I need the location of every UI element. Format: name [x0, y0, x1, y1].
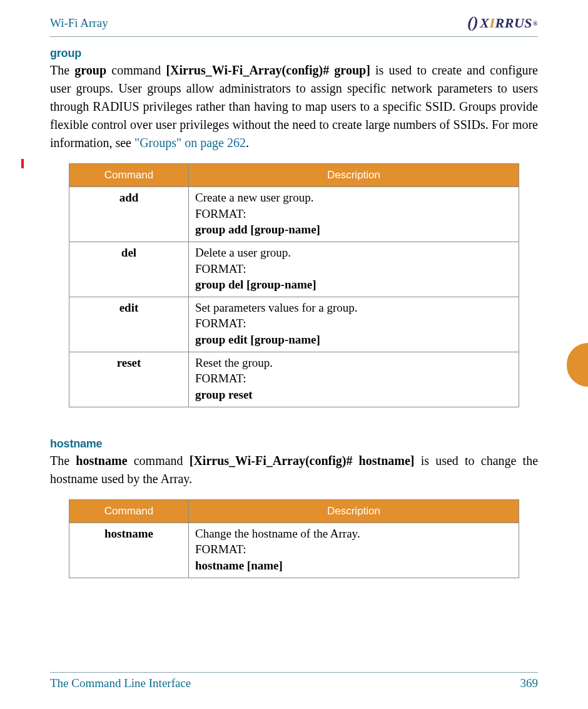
text-bold: group	[74, 63, 106, 77]
text-bold: [Xirrus_Wi-Fi_Array(config)# hostname]	[190, 454, 415, 467]
table-row: edit Set parameters values for a group. …	[69, 297, 519, 352]
desc-text: Delete a user group.	[195, 245, 512, 261]
col-header-command: Command	[69, 499, 189, 523]
desc-format: group edit [group-name]	[195, 332, 512, 348]
desc-cell: Set parameters values for a group. FORMA…	[189, 297, 519, 352]
brand-text-rest: RRUS	[495, 15, 532, 31]
desc-text: Set parameters values for a group.	[195, 300, 512, 316]
group-paragraph: The group command [Xirrus_Wi-Fi_Array(co…	[50, 61, 538, 152]
text-bold: hostname	[76, 454, 127, 467]
hostname-command-table: Command Description hostname Change the …	[69, 499, 519, 578]
spacer	[50, 407, 538, 429]
text-bold: [Xirrus_Wi-Fi_Array(config)# group]	[166, 63, 370, 77]
desc-cell: Delete a user group. FORMAT: group del […	[189, 242, 519, 297]
cmd-cell: add	[69, 187, 189, 242]
desc-format: group reset	[195, 387, 512, 403]
col-header-description: Description	[189, 164, 519, 187]
header-rule	[50, 36, 538, 37]
brand-logo: () XIRRUS®	[467, 14, 538, 33]
desc-text: FORMAT:	[195, 206, 512, 222]
desc-text: FORMAT:	[195, 261, 512, 277]
table-row: del Delete a user group. FORMAT: group d…	[69, 242, 519, 297]
table-row: hostname Change the hostname of the Arra…	[69, 523, 519, 578]
desc-text: Create a new user group.	[195, 190, 512, 206]
desc-text: FORMAT:	[195, 315, 512, 332]
cmd-cell: hostname	[69, 523, 189, 578]
section-heading-hostname: hostname	[50, 437, 538, 451]
page: Wi-Fi Array () XIRRUS® group The group c…	[0, 0, 588, 709]
text: command	[106, 63, 166, 77]
cmd-cell: reset	[69, 352, 189, 407]
text: command	[128, 454, 190, 467]
text: The	[50, 454, 76, 467]
header-title: Wi-Fi Array	[50, 16, 108, 30]
margin-marker	[21, 159, 24, 168]
logo-swirl-icon: ()	[467, 13, 479, 32]
footer-section: The Command Line Interface	[50, 676, 191, 690]
registered-icon: ®	[533, 20, 538, 27]
cmd-cell: edit	[69, 297, 189, 352]
side-tab	[567, 343, 588, 387]
desc-text: Change the hostname of the Array.	[195, 526, 512, 542]
content-area: Wi-Fi Array () XIRRUS® group The group c…	[50, 13, 538, 690]
running-header: Wi-Fi Array () XIRRUS®	[50, 13, 538, 34]
brand-text-x: X	[480, 15, 489, 31]
desc-cell: Reset the group. FORMAT: group reset	[189, 352, 519, 407]
col-header-command: Command	[69, 164, 189, 187]
table-row: add Create a new user group. FORMAT: gro…	[69, 187, 519, 242]
hostname-paragraph: The hostname command [Xirrus_Wi-Fi_Array…	[50, 452, 538, 488]
desc-cell: Create a new user group. FORMAT: group a…	[189, 187, 519, 242]
cmd-cell: del	[69, 242, 189, 297]
desc-text: FORMAT:	[195, 370, 512, 387]
running-footer: The Command Line Interface 369	[50, 672, 538, 690]
footer-rule	[50, 672, 538, 673]
cross-ref-link[interactable]: "Groups" on page 262	[134, 136, 246, 150]
desc-text: Reset the group.	[195, 355, 512, 371]
table-row: reset Reset the group. FORMAT: group res…	[69, 352, 519, 407]
footer-page-number: 369	[520, 676, 539, 690]
text: .	[246, 136, 249, 150]
desc-format: hostname [name]	[195, 558, 512, 574]
brand-text-i: I	[489, 15, 495, 31]
col-header-description: Description	[189, 499, 519, 523]
desc-format: group del [group-name]	[195, 277, 512, 293]
text: The	[50, 63, 74, 77]
desc-text: FORMAT:	[195, 541, 512, 558]
section-heading-group: group	[50, 47, 538, 60]
desc-format: group add [group-name]	[195, 222, 512, 238]
group-command-table: Command Description add Create a new use…	[69, 163, 519, 407]
desc-cell: Change the hostname of the Array. FORMAT…	[189, 523, 519, 578]
